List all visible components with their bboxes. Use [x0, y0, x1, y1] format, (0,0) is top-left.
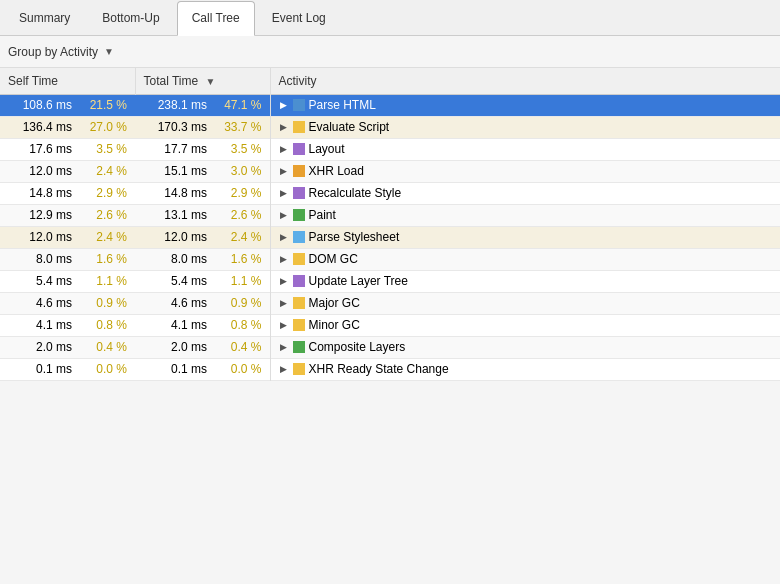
activity-color-swatch [293, 319, 305, 331]
group-by-dropdown-arrow[interactable]: ▼ [104, 46, 114, 57]
self-time-ms: 4.1 ms [0, 314, 80, 336]
self-time-ms: 136.4 ms [0, 116, 80, 138]
activity-color-swatch [293, 231, 305, 243]
activity-cell: ▶ Minor GC [270, 314, 780, 336]
self-time-ms: 2.0 ms [0, 336, 80, 358]
total-time-ms: 4.1 ms [135, 314, 215, 336]
activity-color-swatch [293, 165, 305, 177]
activity-name: Minor GC [309, 318, 360, 332]
activity-name: DOM GC [309, 252, 358, 266]
activity-cell: ▶ Paint [270, 204, 780, 226]
data-table-wrapper: Self Time Total Time ▼ Activity 108.6 ms… [0, 68, 780, 381]
table-header-row: Self Time Total Time ▼ Activity [0, 68, 780, 94]
total-time-ms: 4.6 ms [135, 292, 215, 314]
tab-summary[interactable]: Summary [4, 0, 85, 35]
activity-cell: ▶ Parse Stylesheet [270, 226, 780, 248]
expand-arrow[interactable]: ▶ [279, 122, 289, 132]
expand-arrow[interactable]: ▶ [279, 144, 289, 154]
activity-color-swatch [293, 275, 305, 287]
self-time-ms: 5.4 ms [0, 270, 80, 292]
expand-arrow[interactable]: ▶ [279, 166, 289, 176]
table-row[interactable]: 2.0 ms 0.4 % 2.0 ms 0.4 % ▶ Composite La… [0, 336, 780, 358]
table-row[interactable]: 12.0 ms 2.4 % 12.0 ms 2.4 % ▶ Parse Styl… [0, 226, 780, 248]
total-time-pct: 0.4 % [215, 336, 270, 358]
expand-arrow[interactable]: ▶ [279, 100, 289, 110]
table-row[interactable]: 8.0 ms 1.6 % 8.0 ms 1.6 % ▶ DOM GC [0, 248, 780, 270]
total-time-pct: 2.9 % [215, 182, 270, 204]
group-by-label: Group by Activity [8, 45, 98, 59]
self-time-pct: 1.6 % [80, 248, 135, 270]
table-row[interactable]: 4.6 ms 0.9 % 4.6 ms 0.9 % ▶ Major GC [0, 292, 780, 314]
total-time-ms: 13.1 ms [135, 204, 215, 226]
total-time-ms: 2.0 ms [135, 336, 215, 358]
expand-arrow[interactable]: ▶ [279, 210, 289, 220]
activity-color-swatch [293, 121, 305, 133]
activity-name: Layout [309, 142, 345, 156]
table-row[interactable]: 136.4 ms 27.0 % 170.3 ms 33.7 % ▶ Evalua… [0, 116, 780, 138]
expand-arrow[interactable]: ▶ [279, 320, 289, 330]
activity-name: Major GC [309, 296, 360, 310]
col-header-total-time[interactable]: Total Time ▼ [135, 68, 270, 94]
self-time-ms: 17.6 ms [0, 138, 80, 160]
activity-color-swatch [293, 143, 305, 155]
col-header-self-time[interactable]: Self Time [0, 68, 135, 94]
tab-bottom-up[interactable]: Bottom-Up [87, 0, 174, 35]
self-time-ms: 12.0 ms [0, 160, 80, 182]
table-row[interactable]: 4.1 ms 0.8 % 4.1 ms 0.8 % ▶ Minor GC [0, 314, 780, 336]
activity-name: Parse HTML [309, 98, 376, 112]
total-time-ms: 170.3 ms [135, 116, 215, 138]
sort-arrow-total: ▼ [206, 76, 216, 87]
self-time-ms: 4.6 ms [0, 292, 80, 314]
self-time-pct: 3.5 % [80, 138, 135, 160]
table-row[interactable]: 108.6 ms 21.5 % 238.1 ms 47.1 % ▶ Parse … [0, 94, 780, 116]
tab-call-tree[interactable]: Call Tree [177, 1, 255, 36]
activity-color-swatch [293, 253, 305, 265]
total-time-pct: 2.6 % [215, 204, 270, 226]
self-time-ms: 8.0 ms [0, 248, 80, 270]
activity-color-swatch [293, 187, 305, 199]
self-time-pct: 2.4 % [80, 160, 135, 182]
expand-arrow[interactable]: ▶ [279, 276, 289, 286]
table-row[interactable]: 12.0 ms 2.4 % 15.1 ms 3.0 % ▶ XHR Load [0, 160, 780, 182]
activity-cell: ▶ Major GC [270, 292, 780, 314]
table-row[interactable]: 14.8 ms 2.9 % 14.8 ms 2.9 % ▶ Recalculat… [0, 182, 780, 204]
activity-name: Composite Layers [309, 340, 406, 354]
activity-name: Update Layer Tree [309, 274, 408, 288]
activity-color-swatch [293, 99, 305, 111]
expand-arrow[interactable]: ▶ [279, 364, 289, 374]
self-time-ms: 14.8 ms [0, 182, 80, 204]
activity-cell: ▶ Layout [270, 138, 780, 160]
total-time-pct: 2.4 % [215, 226, 270, 248]
activity-name: Evaluate Script [309, 120, 390, 134]
tab-event-log[interactable]: Event Log [257, 0, 341, 35]
total-time-pct: 1.6 % [215, 248, 270, 270]
total-time-pct: 47.1 % [215, 94, 270, 116]
expand-arrow[interactable]: ▶ [279, 188, 289, 198]
total-time-ms: 8.0 ms [135, 248, 215, 270]
table-row[interactable]: 12.9 ms 2.6 % 13.1 ms 2.6 % ▶ Paint [0, 204, 780, 226]
expand-arrow[interactable]: ▶ [279, 232, 289, 242]
self-time-pct: 27.0 % [80, 116, 135, 138]
activity-name: Recalculate Style [309, 186, 402, 200]
total-time-pct: 0.8 % [215, 314, 270, 336]
activity-color-swatch [293, 363, 305, 375]
activity-cell: ▶ Recalculate Style [270, 182, 780, 204]
self-time-pct: 0.9 % [80, 292, 135, 314]
expand-arrow[interactable]: ▶ [279, 254, 289, 264]
group-by-row: Group by Activity ▼ [0, 36, 780, 68]
total-time-pct: 3.5 % [215, 138, 270, 160]
table-row[interactable]: 17.6 ms 3.5 % 17.7 ms 3.5 % ▶ Layout [0, 138, 780, 160]
expand-arrow[interactable]: ▶ [279, 342, 289, 352]
total-time-pct: 1.1 % [215, 270, 270, 292]
activity-cell: ▶ XHR Load [270, 160, 780, 182]
tab-bar: Summary Bottom-Up Call Tree Event Log [0, 0, 780, 36]
self-time-ms: 108.6 ms [0, 94, 80, 116]
self-time-pct: 0.8 % [80, 314, 135, 336]
expand-arrow[interactable]: ▶ [279, 298, 289, 308]
total-time-ms: 238.1 ms [135, 94, 215, 116]
total-time-pct: 0.0 % [215, 358, 270, 380]
table-row[interactable]: 5.4 ms 1.1 % 5.4 ms 1.1 % ▶ Update Layer… [0, 270, 780, 292]
table-row[interactable]: 0.1 ms 0.0 % 0.1 ms 0.0 % ▶ XHR Ready St… [0, 358, 780, 380]
self-time-ms: 12.9 ms [0, 204, 80, 226]
self-time-pct: 1.1 % [80, 270, 135, 292]
